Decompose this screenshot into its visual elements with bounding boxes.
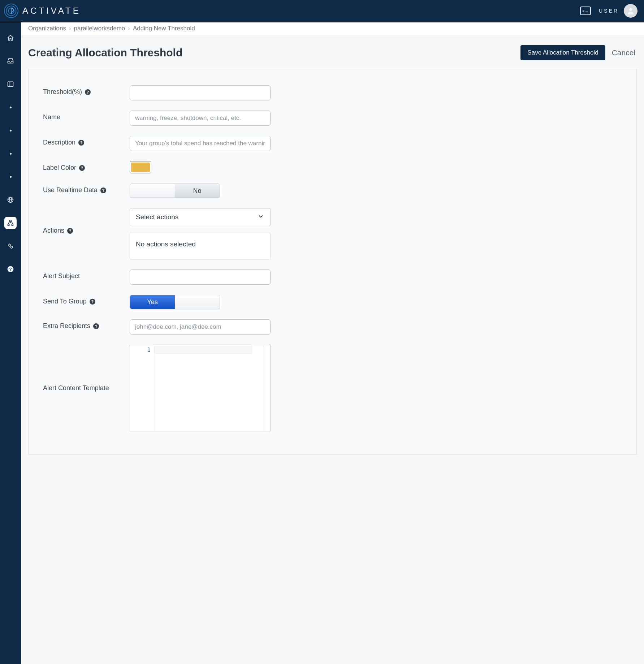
actions-select-placeholder: Select actions — [136, 213, 178, 221]
main-panel: Organizations › parallelworksdemo › Addi… — [21, 22, 644, 664]
svg-point-3 — [629, 8, 632, 11]
page-title: Creating Allocation Threshold — [28, 47, 515, 59]
help-icon[interactable]: ? — [100, 187, 106, 193]
name-label: Name — [43, 113, 60, 121]
help-icon[interactable]: ? — [4, 263, 17, 275]
label-color-label: Label Color — [43, 164, 76, 172]
send-to-group-label: Send To Group — [43, 298, 87, 305]
gears-icon[interactable] — [4, 240, 17, 252]
description-label: Description — [43, 139, 75, 146]
editor-body[interactable] — [155, 345, 270, 431]
line-number: 1 — [130, 346, 151, 353]
breadcrumb-item: Adding New Threshold — [133, 25, 195, 32]
alert-subject-label: Alert Subject — [43, 272, 80, 280]
org-tree-icon[interactable] — [4, 217, 17, 229]
editor-gutter: 1 — [130, 345, 155, 431]
terminal-icon[interactable]: > — [580, 7, 591, 15]
dot-icon[interactable] — [4, 124, 17, 137]
help-icon[interactable]: ? — [79, 165, 85, 171]
breadcrumb: Organizations › parallelworksdemo › Addi… — [21, 22, 644, 35]
save-button[interactable]: Save Allocation Threshold — [520, 45, 605, 60]
svg-rect-8 — [12, 224, 13, 225]
alert-subject-input[interactable] — [130, 270, 271, 285]
toggle-yes-label: Yes — [130, 295, 175, 309]
user-label[interactable]: USER — [599, 8, 619, 14]
name-input[interactable] — [130, 111, 271, 126]
extra-recipients-label: Extra Recipients — [43, 322, 90, 330]
avatar[interactable] — [624, 4, 637, 18]
send-to-group-toggle[interactable]: Yes — [130, 295, 220, 309]
threshold-label: Threshold(%) — [43, 88, 82, 96]
toggle-no-label: No — [175, 184, 220, 198]
realtime-label: Use Realtime Data — [43, 186, 98, 194]
svg-rect-7 — [8, 224, 9, 225]
threshold-input[interactable] — [130, 85, 271, 100]
label-color-picker[interactable] — [130, 161, 151, 173]
realtime-toggle[interactable]: No — [130, 184, 220, 198]
home-icon[interactable] — [4, 32, 17, 44]
actions-select[interactable]: Select actions — [130, 208, 271, 226]
form-card: Threshold(%) ? Name Description — [28, 69, 637, 455]
editor-active-line — [155, 346, 252, 354]
svg-rect-6 — [10, 220, 12, 222]
help-icon[interactable]: ? — [67, 228, 73, 234]
cancel-button[interactable]: Cancel — [610, 46, 637, 59]
help-icon[interactable]: ? — [85, 89, 91, 95]
toggle-on-empty — [130, 184, 175, 198]
globe-icon[interactable] — [4, 194, 17, 206]
extra-recipients-input[interactable] — [130, 319, 271, 335]
topbar: ACTIVATE > USER — [0, 0, 644, 22]
color-swatch-icon — [131, 163, 150, 172]
help-icon[interactable]: ? — [78, 140, 84, 146]
brand: ACTIVATE — [4, 3, 81, 18]
help-icon[interactable]: ? — [93, 323, 99, 329]
toggle-off-empty — [175, 295, 220, 309]
actions-label: Actions — [43, 227, 64, 234]
inbox-icon[interactable] — [4, 55, 17, 67]
chevron-down-icon — [257, 213, 264, 222]
chevron-right-icon: › — [69, 25, 71, 32]
brand-logo-icon — [4, 3, 19, 18]
svg-rect-4 — [8, 82, 13, 86]
alert-content-label: Alert Content Template — [43, 384, 109, 392]
alert-content-editor[interactable]: 1 — [130, 345, 271, 431]
actions-selected-box: No actions selected — [130, 233, 271, 259]
breadcrumb-item[interactable]: Organizations — [28, 25, 66, 32]
breadcrumb-item[interactable]: parallelworksdemo — [74, 25, 125, 32]
dot-icon[interactable] — [4, 101, 17, 113]
svg-point-10 — [11, 246, 13, 248]
help-icon[interactable]: ? — [90, 299, 95, 305]
panel-icon[interactable] — [4, 78, 17, 90]
dot-icon[interactable] — [4, 171, 17, 183]
chevron-right-icon: › — [128, 25, 130, 32]
description-input[interactable] — [130, 136, 271, 151]
sidebar: ? — [0, 22, 21, 664]
svg-text:?: ? — [9, 267, 12, 271]
editor-scrollbar[interactable] — [263, 345, 270, 431]
brand-name: ACTIVATE — [22, 6, 81, 16]
dot-icon[interactable] — [4, 147, 17, 160]
actions-empty-text: No actions selected — [136, 240, 196, 248]
